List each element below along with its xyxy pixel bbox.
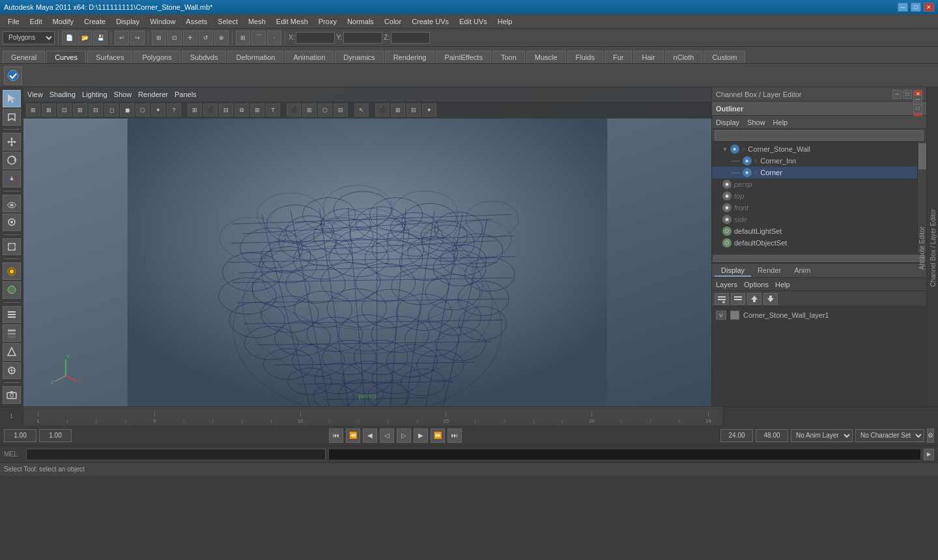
le-delete-layer[interactable] [731, 293, 745, 305]
le-new-layer[interactable] [715, 293, 729, 305]
toolbar-new[interactable]: 📄 [62, 31, 76, 45]
tree-item-corner-inn[interactable]: ── ◈ ○ Corner_Inn [712, 155, 917, 167]
toolbar-snap-curve[interactable]: ⌒ [251, 31, 266, 45]
paint-select-btn[interactable] [3, 214, 21, 231]
menu-display[interactable]: Display [111, 16, 145, 27]
play-back-btn[interactable]: ◁ [380, 428, 394, 443]
vp-btn-13[interactable]: ⊟ [219, 104, 233, 117]
vp-btn-17[interactable]: ⬛ [287, 104, 301, 117]
vp-menu-renderer[interactable]: Renderer [138, 91, 168, 98]
vp-btn-12[interactable]: ⬛ [203, 104, 218, 117]
outliner-hscroll[interactable] [712, 253, 926, 262]
tab-fur[interactable]: Fur [604, 51, 632, 63]
next-frame-btn[interactable]: ▶ [414, 428, 428, 443]
toolbar-rotate[interactable]: ↺ [199, 31, 213, 45]
menu-modify[interactable]: Modify [48, 16, 79, 27]
ol-show[interactable]: Show [747, 119, 765, 126]
vp-menu-lighting[interactable]: Lighting [82, 91, 107, 98]
tab-animation[interactable]: Animation [285, 51, 334, 63]
tab-painteffects[interactable]: PaintEffects [436, 51, 491, 63]
toolbar-snap-point[interactable]: · [267, 31, 281, 45]
vp-btn-23[interactable]: ⊟ [406, 104, 421, 117]
layer-btn-3[interactable] [3, 343, 21, 361]
le-layer-down[interactable] [763, 293, 778, 305]
menu-assets[interactable]: Assets [180, 16, 212, 27]
rotate-tool-btn[interactable] [3, 152, 21, 169]
ol-help[interactable]: Help [773, 119, 788, 126]
toolbar-redo[interactable]: ↪ [130, 31, 145, 45]
layer-btn-4[interactable] [3, 362, 21, 380]
tree-item-corner[interactable]: ── ◈ ○ Corner [712, 167, 917, 178]
select-lasso-btn[interactable] [3, 109, 21, 126]
le-tab-render[interactable]: Render [751, 265, 788, 277]
channel-box-label[interactable]: Channel Box / Layer Editor [928, 206, 938, 290]
ol-display[interactable]: Display [716, 119, 739, 126]
tree-item-persp[interactable]: ◉ persp [712, 178, 917, 190]
prev-frame-btn[interactable]: ◀ [363, 428, 377, 443]
menu-edit-uvs[interactable]: Edit UVs [454, 16, 492, 27]
tab-rendering[interactable]: Rendering [385, 51, 435, 63]
layer-btn-2[interactable] [3, 324, 21, 342]
menu-normals[interactable]: Normals [342, 16, 379, 27]
vp-btn-cursor[interactable]: ↖ [354, 104, 369, 117]
attribute-editor-label[interactable]: Attribute Editor [917, 224, 927, 272]
playback-settings-btn[interactable]: ⚙ [927, 428, 934, 443]
scrollbar-thumb[interactable] [918, 143, 926, 169]
toolbar-undo[interactable]: ↩ [115, 31, 129, 45]
close-button[interactable]: ✕ [924, 3, 934, 12]
playback-end-frame[interactable] [720, 429, 753, 442]
vp-btn-3[interactable]: ⊡ [57, 104, 72, 117]
cmd-execute-btn[interactable]: ▶ [924, 449, 934, 460]
render-btn[interactable] [3, 262, 21, 280]
goto-end-btn[interactable]: ⏭ [448, 428, 462, 443]
tab-custom[interactable]: Custom [704, 51, 745, 63]
le-layer-up[interactable] [747, 293, 761, 305]
goto-start-btn[interactable]: ⏮ [329, 428, 343, 443]
tree-item-corner-stone-wall[interactable]: ▼ ◈ ○ Corner_Stone_Wall [712, 143, 917, 155]
toolbar-snap-grid[interactable]: ⊞ [236, 31, 250, 45]
hscroll-thumb[interactable] [713, 255, 925, 262]
vp-btn-7[interactable]: ◼ [120, 104, 134, 117]
playback-start-frame[interactable] [4, 429, 36, 442]
soft-select-btn[interactable] [3, 195, 21, 212]
step-fwd-btn[interactable]: ⏩ [431, 428, 445, 443]
tree-item-default-light-set[interactable]: ⬡ defaultLightSet [712, 225, 917, 237]
vp-btn-2[interactable]: ⊠ [42, 104, 56, 117]
render-region-btn[interactable] [3, 281, 21, 299]
vp-btn-6[interactable]: ◻ [104, 104, 119, 117]
vp-btn-10[interactable]: ? [167, 104, 181, 117]
char-set-select[interactable]: No Character Set [855, 429, 924, 442]
vp-btn-1[interactable]: ⊞ [26, 104, 40, 117]
shelf-icon-check[interactable] [4, 66, 22, 85]
play-fwd-btn[interactable]: ▷ [397, 428, 411, 443]
vp-btn-16[interactable]: T [266, 104, 280, 117]
menu-window[interactable]: Window [145, 16, 180, 27]
playback-max-frame[interactable] [756, 429, 788, 442]
vp-btn-22[interactable]: ⊞ [391, 104, 405, 117]
vp-btn-8[interactable]: ⬡ [135, 104, 150, 117]
y-input[interactable] [343, 32, 382, 44]
viewport[interactable]: View Shading Lighting Show Renderer Pane… [23, 87, 711, 406]
minimize-button[interactable]: ─ [898, 3, 908, 12]
vp-btn-20[interactable]: ⊟ [334, 104, 348, 117]
tree-item-default-object-set[interactable]: ⬡ defaultObjectSet [712, 237, 917, 249]
toolbar-select[interactable]: ⊞ [152, 31, 166, 45]
z-input[interactable] [391, 32, 430, 44]
menu-edit-mesh[interactable]: Edit Mesh [271, 16, 313, 27]
vp-btn-11[interactable]: ⊞ [188, 104, 202, 117]
anim-layer-select[interactable]: No Anim Layer [791, 429, 853, 442]
toolbar-open[interactable]: 📂 [78, 31, 92, 45]
tree-item-top[interactable]: ◉ top [712, 190, 917, 202]
vp-menu-show[interactable]: Show [114, 91, 132, 98]
menu-help[interactable]: Help [492, 16, 518, 27]
tab-muscle[interactable]: Muscle [526, 51, 566, 63]
toolbar-save[interactable]: 💾 [93, 31, 107, 45]
vp-btn-24[interactable]: ✦ [422, 104, 436, 117]
layer-item-corner-stone[interactable]: V Corner_Stone_Wall_layer1 [712, 308, 926, 322]
tab-deformation[interactable]: Deformation [227, 51, 283, 63]
tab-polygons[interactable]: Polygons [134, 51, 180, 63]
le-tab-anim[interactable]: Anim [788, 265, 817, 277]
mel-input[interactable] [26, 449, 326, 460]
tab-toon[interactable]: Toon [492, 51, 525, 63]
menu-color[interactable]: Color [379, 16, 406, 27]
